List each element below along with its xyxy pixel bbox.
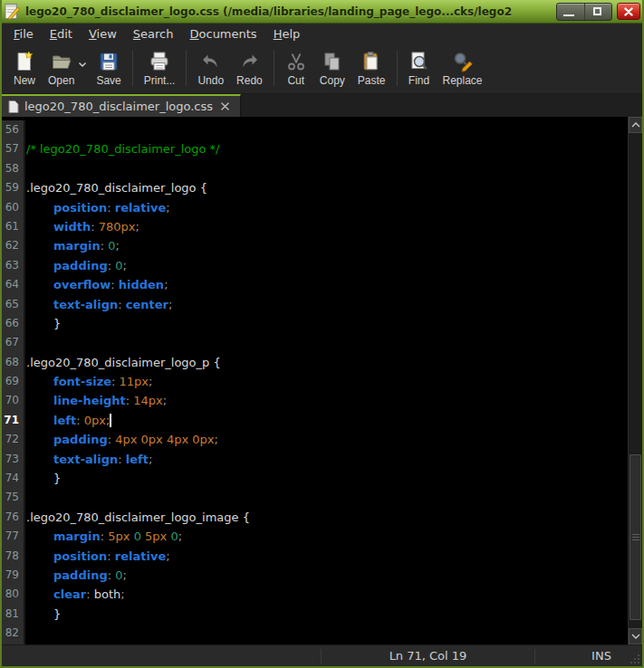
line-content: line-height: 14px;: [24, 391, 167, 410]
code-line[interactable]: 60position: relative;: [25, 198, 628, 217]
line-number: 60: [1, 198, 24, 217]
open-folder-icon: [51, 51, 72, 72]
line-number: 67: [1, 333, 24, 352]
line-number: 75: [1, 488, 24, 507]
line-content: margin: 0;: [24, 236, 120, 255]
line-number: 82: [1, 624, 24, 643]
code-line[interactable]: 75: [25, 488, 628, 507]
code-line[interactable]: 59.lego20_780_disclaimer_logo {: [25, 178, 628, 197]
tab-lego20-780-disclaimer-logo-css[interactable]: lego20_780_disclaimer_logo.css: [2, 94, 241, 117]
code-line[interactable]: 69font-size: 11px;: [25, 372, 628, 391]
print-icon: [149, 51, 170, 72]
undo-button: Undo: [191, 45, 230, 91]
line-number: 58: [1, 159, 24, 178]
code-line[interactable]: 79padding: 0;: [25, 566, 628, 585]
chevron-down-icon: [77, 56, 88, 73]
code-line[interactable]: 63padding: 0;: [25, 256, 628, 275]
toolbar-label: Paste: [358, 74, 386, 87]
code-line[interactable]: 67: [25, 333, 628, 352]
toolbar-label: Cut: [287, 74, 304, 87]
line-content: }: [24, 469, 61, 488]
paste-button[interactable]: Paste: [351, 45, 392, 91]
toolbar: NewOpenSavePrint...UndoRedoCutCopyPasteF…: [2, 43, 642, 94]
toolbar-label: Copy: [320, 74, 345, 87]
undo-icon: [200, 51, 222, 72]
window-title: lego20_780_disclaimer_logo.css (/media/l…: [25, 5, 552, 18]
new-button[interactable]: New: [7, 45, 42, 91]
code-line[interactable]: 58: [25, 159, 628, 178]
code-line[interactable]: 62margin: 0;: [25, 236, 628, 255]
code-line[interactable]: 64overflow: hidden;: [25, 275, 628, 294]
toolbar-label: New: [14, 74, 35, 87]
code-line[interactable]: 61width: 780px;: [25, 217, 628, 236]
menu-documents[interactable]: Documents: [182, 25, 265, 43]
save-button[interactable]: Save: [90, 45, 127, 91]
toolbar-label: Replace: [443, 74, 483, 87]
code-line[interactable]: 73text-align: left;: [25, 450, 628, 469]
scroll-down-button[interactable]: [629, 628, 642, 644]
line-content: [24, 333, 26, 352]
menu-help[interactable]: Help: [265, 25, 309, 43]
menu-view[interactable]: View: [81, 25, 125, 43]
code-line[interactable]: 81}: [25, 605, 628, 624]
line-content: [24, 120, 26, 139]
code-line[interactable]: 77margin: 5px 0 5px 0;: [25, 527, 628, 546]
code-line[interactable]: 56: [25, 120, 628, 139]
scrollbar-track[interactable]: [629, 133, 642, 628]
toolbar-separator: [274, 51, 274, 86]
tab-close-button[interactable]: [218, 100, 232, 113]
tab-bar: lego20_780_disclaimer_logo.css: [2, 94, 642, 117]
print-button[interactable]: Print...: [138, 45, 182, 91]
toolbar-label: Find: [409, 74, 429, 87]
toolbar-separator: [186, 51, 187, 86]
paste-icon: [360, 51, 382, 72]
menu-search[interactable]: Search: [125, 25, 182, 43]
menu-edit[interactable]: Edit: [42, 25, 81, 43]
gedit-app-icon: [4, 3, 21, 20]
code-line[interactable]: 70line-height: 14px;: [25, 391, 628, 410]
line-number: 73: [1, 450, 24, 469]
line-content: padding: 4px 0px 4px 0px;: [24, 430, 218, 449]
code-line[interactable]: 78position: relative;: [25, 547, 628, 566]
line-number: 72: [1, 430, 24, 449]
code-line[interactable]: 66}: [25, 314, 628, 333]
cut-icon: [285, 51, 307, 72]
redo-button: Redo: [230, 45, 269, 91]
toolbar-label: Open: [48, 74, 74, 87]
text-area[interactable]: 5657/* lego20_780_disclaimer_logo */5859…: [2, 117, 628, 644]
line-number: 63: [1, 256, 24, 275]
code-line[interactable]: 71left: 0px;: [25, 411, 628, 430]
menu-bar: FileEditViewSearchDocumentsHelp: [2, 24, 642, 43]
cursor-position-status: Ln 71, Col 19: [322, 649, 534, 663]
resize-grip[interactable]: [629, 653, 641, 665]
code-line[interactable]: 72padding: 4px 0px 4px 0px;: [25, 430, 628, 449]
menu-file[interactable]: File: [5, 25, 42, 43]
line-content: /* lego20_780_disclaimer_logo */: [24, 139, 219, 158]
line-number: 77: [1, 527, 24, 546]
code-line[interactable]: 80clear: both;: [25, 585, 628, 604]
minimize-icon: [563, 14, 574, 16]
toolbar-label: Redo: [236, 74, 263, 87]
scrollbar-thumb[interactable]: [630, 454, 641, 620]
replace-icon: [452, 51, 474, 72]
code-line[interactable]: 74}: [25, 469, 628, 488]
text-cursor: [110, 414, 111, 427]
toolbar-label: Save: [96, 74, 120, 87]
maximize-button[interactable]: [584, 4, 611, 20]
code-line[interactable]: 57/* lego20_780_disclaimer_logo */: [25, 139, 628, 158]
code-line[interactable]: 68.lego20_780_disclaimer_logo_p {: [25, 353, 628, 372]
line-content: padding: 0;: [24, 566, 127, 585]
code-line[interactable]: 76.lego20_780_disclaimer_logo_image {: [25, 508, 628, 527]
line-content: width: 780px;: [24, 217, 139, 236]
find-button[interactable]: Find: [402, 45, 437, 91]
title-bar[interactable]: lego20_780_disclaimer_logo.css (/media/l…: [0, 0, 644, 24]
open-dropdown-button[interactable]: [77, 56, 90, 91]
editor-pane: 5657/* lego20_780_disclaimer_logo */5859…: [2, 117, 642, 644]
scroll-up-button[interactable]: [629, 117, 642, 133]
code-line[interactable]: 82: [25, 624, 628, 643]
replace-button[interactable]: Replace: [437, 45, 489, 91]
minimize-button[interactable]: [557, 4, 584, 20]
code-line[interactable]: 65text-align: center;: [25, 295, 628, 314]
open-button[interactable]: Open: [42, 45, 81, 91]
close-button[interactable]: [617, 3, 640, 20]
